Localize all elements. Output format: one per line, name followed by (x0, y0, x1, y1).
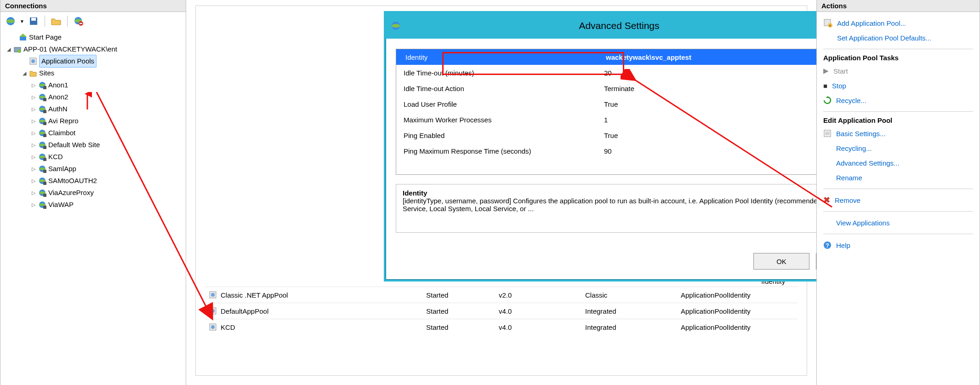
recycle-action[interactable]: Recycle... (823, 93, 973, 108)
remove-icon: ✖ (823, 195, 830, 205)
desc-body: [identityType, username, password] Confi… (403, 197, 817, 213)
property-name: Idle Time-out (minutes) (396, 69, 601, 77)
basic-settings-action[interactable]: Basic Settings... (823, 126, 973, 141)
main-panel: ated with wo lIdentitylIdentitylIdentity… (186, 0, 817, 385)
svg-rect-24 (43, 122, 46, 125)
property-description: Identity [identityType, username, passwo… (396, 184, 817, 233)
connect-icon[interactable] (4, 15, 17, 28)
app-pool-icon (209, 291, 217, 299)
svg-rect-15 (43, 86, 46, 89)
app-pool-icon (209, 307, 217, 315)
tree-site[interactable]: ▷SAMtoOAUTH2 (3, 175, 186, 187)
property-row[interactable]: Idle Time-out ActionTerminate (396, 80, 817, 96)
tree-site[interactable]: ▷Anon2 (3, 91, 186, 103)
cancel-button[interactable]: Cancel (816, 253, 817, 270)
actions-panel: Actions ✶Add Application Pool... Set App… (817, 0, 980, 385)
ok-button[interactable]: OK (753, 253, 809, 270)
site-icon (38, 141, 46, 149)
add-app-pool-action[interactable]: ✶Add Application Pool... (823, 16, 973, 30)
tree-site[interactable]: ▷Anon1 (3, 79, 186, 91)
connections-tree[interactable]: Start Page ◢APP-01 (WACKETYWACK\ent Appl… (0, 30, 186, 211)
remove-connection-icon[interactable] (72, 15, 85, 28)
site-icon (38, 117, 46, 125)
tree-site[interactable]: ▷Claimbot (3, 127, 186, 139)
svg-rect-18 (43, 98, 46, 101)
app-pool-table[interactable]: Classic .NET AppPoolStartedv2.0ClassicAp… (205, 287, 798, 335)
property-value[interactable]: 90 (601, 147, 817, 155)
tree-site[interactable]: ▷AuthN (3, 103, 186, 115)
advanced-settings-action[interactable]: Advanced Settings... (823, 155, 973, 170)
advanced-settings-dialog: Advanced Settings ? X Identitywacketywac… (384, 11, 817, 282)
property-value[interactable]: 1 (601, 116, 817, 124)
edit-header: Edit Application Pool (823, 116, 973, 124)
tree-site[interactable]: ▷Default Web Site (3, 139, 186, 151)
property-value[interactable]: True (601, 100, 817, 108)
add-pool-icon: ✶ (823, 18, 832, 28)
table-row[interactable]: Classic .NET AppPoolStartedv2.0ClassicAp… (205, 287, 798, 303)
save-icon[interactable] (27, 15, 40, 28)
site-icon (38, 129, 46, 137)
svg-rect-27 (43, 134, 46, 137)
sheet-icon (823, 129, 832, 138)
property-value[interactable]: 20 (601, 69, 817, 77)
tree-site[interactable]: ▷ViaAzureProxy (3, 187, 186, 199)
property-row[interactable]: Load User ProfileTrue (396, 96, 817, 112)
site-icon (38, 201, 46, 209)
site-icon (38, 153, 46, 161)
site-icon (38, 165, 46, 173)
connections-panel: Connections ▼ Start Page ◢APP-01 (WACKET… (0, 0, 186, 385)
tree-site[interactable]: ▷SamlApp (3, 163, 186, 175)
tree-sites[interactable]: ◢Sites (3, 67, 186, 79)
property-name: Maximum Worker Processes (396, 116, 601, 124)
help-icon: ? (823, 241, 832, 249)
property-row[interactable]: Identitywacketywack\svc_apptest... (396, 49, 817, 65)
dropdown-icon[interactable]: ▼ (20, 19, 24, 24)
svg-point-53 (392, 24, 400, 28)
recycle-icon (823, 96, 832, 104)
svg-point-1 (6, 19, 15, 23)
connections-title: Connections (0, 0, 186, 12)
desc-title: Identity (403, 189, 817, 197)
svg-point-51 (211, 325, 215, 329)
view-apps-action[interactable]: View Applications (823, 215, 973, 230)
svg-rect-3 (31, 18, 36, 21)
svg-rect-42 (43, 194, 46, 197)
property-row[interactable]: Ping Maximum Response Time (seconds)90 (396, 143, 817, 159)
rename-action[interactable]: Rename (823, 170, 973, 185)
set-defaults-action[interactable]: Set Application Pool Defaults... (823, 30, 973, 45)
connections-toolbar: ▼ (0, 12, 186, 30)
tree-site[interactable]: ▷Avi Repro (3, 115, 186, 127)
property-value[interactable]: True (601, 132, 817, 139)
stop-action[interactable]: ■Stop (823, 78, 973, 93)
tree-start-page[interactable]: Start Page (3, 31, 186, 43)
tree-server[interactable]: ◢APP-01 (WACKETYWACK\ent (3, 43, 186, 55)
svg-rect-8 (20, 36, 26, 40)
tree-site[interactable]: ▷ViaWAP (3, 199, 186, 211)
remove-action[interactable]: ✖Remove (823, 193, 973, 207)
property-name: Idle Time-out Action (396, 85, 601, 92)
property-row[interactable]: Maximum Worker Processes1 (396, 112, 817, 127)
actions-title: Actions (817, 0, 980, 12)
dialog-title: Advanced Settings (406, 20, 817, 31)
dialog-titlebar[interactable]: Advanced Settings ? X (386, 13, 817, 39)
svg-rect-30 (43, 146, 46, 149)
table-row[interactable]: DefaultAppPoolStartedv4.0IntegratedAppli… (205, 303, 798, 319)
tree-site[interactable]: ▷KCD (3, 151, 186, 163)
property-name: Ping Maximum Response Time (seconds) (396, 147, 601, 155)
svg-rect-33 (43, 158, 46, 161)
open-icon[interactable] (50, 15, 63, 28)
property-grid[interactable]: Identitywacketywack\svc_apptest...Idle T… (396, 49, 817, 175)
property-value[interactable]: Terminate (601, 85, 817, 92)
tree-app-pools[interactable]: Application Pools (3, 55, 186, 67)
recycling-action[interactable]: Recycling... (823, 141, 973, 155)
property-value[interactable]: wacketywack\svc_apptest... (603, 52, 817, 63)
home-icon (19, 33, 27, 41)
svg-point-10 (17, 49, 21, 53)
help-action[interactable]: ?Help (823, 238, 973, 253)
stop-icon: ■ (823, 82, 827, 90)
property-row[interactable]: Idle Time-out (minutes)20 (396, 65, 817, 80)
table-row[interactable]: KCDStartedv4.0IntegratedApplicationPoolI… (205, 319, 798, 335)
site-icon (38, 189, 46, 197)
svg-point-12 (31, 59, 35, 63)
property-row[interactable]: Ping EnabledTrue (396, 127, 817, 143)
